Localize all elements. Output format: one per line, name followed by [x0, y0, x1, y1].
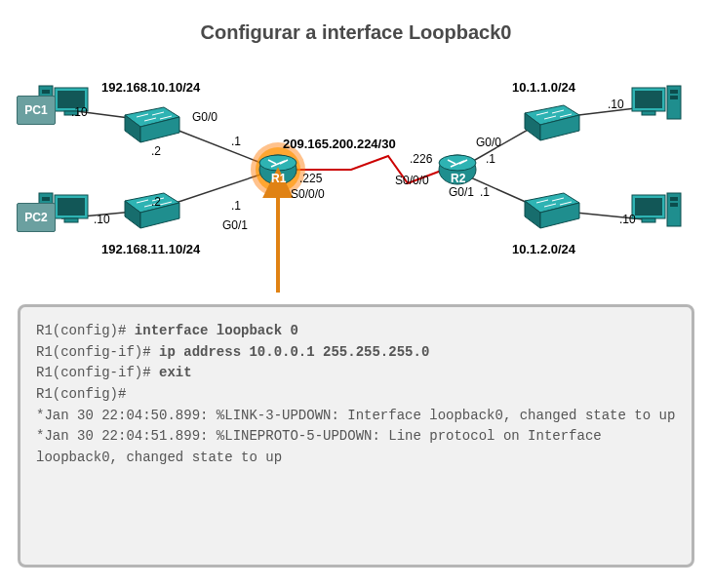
svg-rect-37	[635, 91, 662, 108]
svg-point-16	[439, 155, 476, 171]
r2-s-ip: .226	[410, 152, 432, 166]
r2-g01-if: G0/1	[449, 185, 474, 199]
sw1-ip: .2	[151, 144, 161, 158]
r2-label: R2	[451, 172, 465, 185]
sw2-ip: .2	[151, 195, 161, 209]
cli-output: R1(config)# interface loopback 0 R1(conf…	[18, 304, 694, 568]
svg-line-3	[164, 174, 263, 207]
r2-g00-ip: .1	[486, 152, 495, 166]
pc1-label: PC1	[17, 96, 56, 125]
svg-rect-40	[670, 90, 678, 94]
svg-rect-43	[635, 198, 662, 216]
cli-line: R1(config)# interface loopback 0	[36, 323, 298, 338]
cli-line: R1(config-if)# exit	[36, 365, 192, 380]
net-lt: 192.168.10.10/24	[101, 80, 200, 95]
r1-g00-ip: .1	[231, 135, 241, 148]
r2-g01-ip: .1	[480, 185, 490, 199]
svg-rect-47	[670, 203, 678, 207]
pc3-ip: .10	[608, 98, 624, 111]
pc4-ip: .10	[619, 213, 636, 226]
svg-rect-50	[64, 218, 78, 222]
svg-rect-58	[42, 90, 50, 94]
svg-rect-49	[58, 198, 85, 216]
r1-s-ip: .225	[299, 172, 322, 185]
net-wan: 209.165.200.224/30	[283, 137, 396, 151]
svg-rect-41	[670, 96, 678, 99]
net-rt: 10.1.1.0/24	[512, 80, 575, 95]
svg-rect-52	[42, 197, 50, 201]
pc2-label: PC2	[17, 203, 56, 232]
net-rb: 10.1.2.0/24	[512, 242, 575, 256]
cli-line: *Jan 30 22:04:51.899: %LINEPROTO-5-UPDOW…	[36, 428, 610, 465]
pc1-ip: .10	[71, 105, 88, 119]
r2-g00-if: G0/0	[476, 136, 501, 149]
pc2-ip: .10	[94, 213, 110, 226]
r1-g01-if: G0/1	[222, 218, 248, 232]
svg-rect-44	[642, 218, 655, 222]
net-lb: 192.168.11.10/24	[101, 242, 200, 256]
r1-label: R1	[271, 172, 286, 185]
svg-rect-38	[642, 111, 655, 115]
svg-rect-46	[670, 197, 678, 201]
cli-line: R1(config-if)# ip address 10.0.0.1 255.2…	[36, 344, 429, 360]
cli-line: *Jan 30 22:04:50.899: %LINK-3-UPDOWN: In…	[36, 408, 675, 423]
r2-s-if: S0/0/0	[395, 174, 429, 187]
network-diagram	[0, 0, 712, 312]
r1-g01-ip: .1	[231, 199, 241, 213]
svg-point-11	[259, 155, 297, 171]
r1-s-if: S0/0/0	[291, 187, 325, 201]
r1-g00-if: G0/0	[192, 110, 218, 124]
cli-line: R1(config)#	[36, 386, 126, 402]
